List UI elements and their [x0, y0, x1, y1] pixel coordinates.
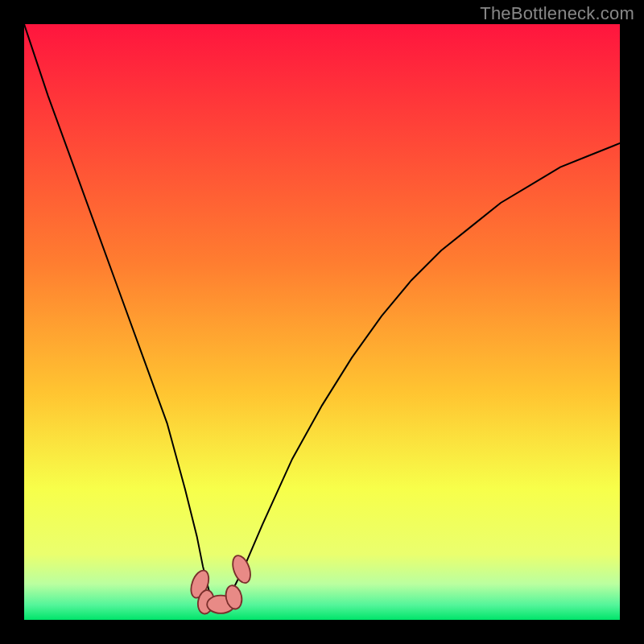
chart-frame: TheBottleneck.com	[0, 0, 644, 644]
watermark-text: TheBottleneck.com	[480, 3, 634, 24]
gradient-background	[24, 24, 620, 620]
bottleneck-chart	[24, 24, 620, 620]
